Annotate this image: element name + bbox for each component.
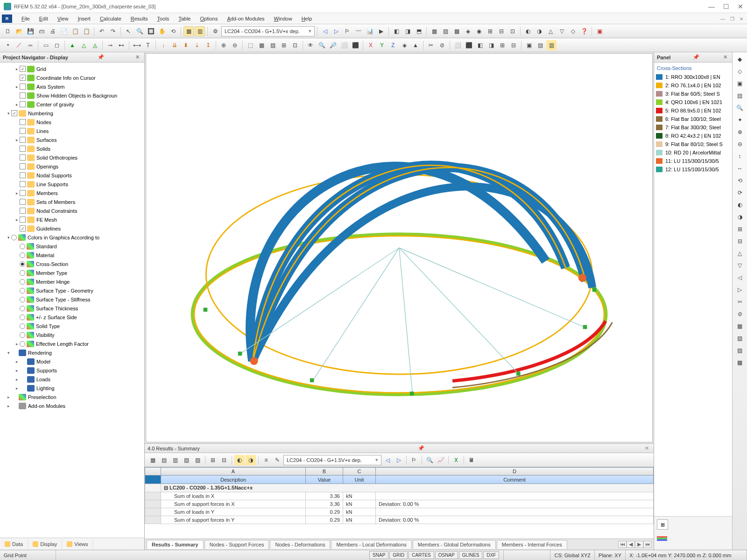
side-icon-1[interactable]: ◇	[735, 66, 745, 77]
results-tab[interactable]: Members - Global Deformations	[413, 540, 496, 549]
pan-icon[interactable]: ✋	[157, 26, 167, 36]
tb-g-icon[interactable]: ◈	[463, 26, 473, 36]
v4-icon[interactable]: ⬜	[339, 40, 349, 50]
rt2-icon[interactable]: ▤	[159, 455, 169, 465]
w3-icon[interactable]: ◧	[475, 40, 485, 50]
ld3-icon[interactable]: ⬇	[181, 40, 191, 50]
menu-tools[interactable]: Tools	[152, 14, 174, 23]
nav-tab-display[interactable]: Display	[28, 539, 62, 549]
menu-file[interactable]: File	[17, 14, 35, 23]
tree-item[interactable]: Standard	[0, 242, 144, 251]
tab-nav-icon[interactable]: ⏭	[643, 541, 652, 548]
tb-f-icon[interactable]: ▩	[451, 26, 462, 36]
res-graph-icon[interactable]: 📈	[436, 455, 446, 465]
legend-item[interactable]: 2: RO 76.1x4.0 | EN 102	[656, 81, 730, 90]
undo-icon[interactable]: ↶	[97, 26, 107, 36]
new-icon[interactable]: 🗋	[3, 26, 13, 36]
legend-item[interactable]: 5: RO 88.9x5.0 | EN 102	[656, 106, 730, 115]
ld5-icon[interactable]: ↧	[203, 40, 213, 50]
side-icon-21[interactable]: ⊘	[735, 309, 745, 319]
end1-icon[interactable]: ▣	[524, 40, 534, 50]
ld7-icon[interactable]: ⊖	[230, 40, 240, 50]
tb-k-icon[interactable]: ⊡	[507, 26, 518, 36]
tb-l-icon[interactable]: ◐	[523, 26, 533, 36]
ld6-icon[interactable]: ⊕	[218, 40, 229, 50]
w1-icon[interactable]: ⬜	[452, 40, 463, 50]
open-icon[interactable]: 📂	[14, 26, 24, 36]
menu-window[interactable]: Window	[269, 14, 297, 23]
results-tab[interactable]: Results - Summary	[147, 540, 204, 549]
tree-item[interactable]: Visibility	[0, 330, 144, 339]
side-icon-15[interactable]: ⊟	[735, 236, 745, 246]
ax-x-icon[interactable]: X	[366, 40, 376, 50]
tb-p-icon[interactable]: ◇	[568, 26, 578, 36]
v1-icon[interactable]: 👁	[305, 40, 316, 50]
snap-glines[interactable]: GLINES	[459, 551, 483, 559]
tree-item[interactable]: ▸Effective Length Factor	[0, 339, 144, 348]
prev-lc-icon[interactable]: ◁	[320, 26, 330, 36]
ax-z-icon[interactable]: Z	[388, 40, 398, 50]
sec-icon[interactable]: ⊘	[437, 40, 447, 50]
tree-item[interactable]: Surface Type - Stiffness	[0, 295, 144, 304]
text-icon[interactable]: T	[143, 40, 153, 50]
rt10-icon[interactable]: ≡	[261, 455, 271, 465]
legend-item[interactable]: 9: Flat Bar 80/10; Steel S	[656, 140, 730, 148]
tree-item[interactable]: Line Supports	[0, 180, 144, 189]
results-table[interactable]: ABCDDescriptionValueUnitComment⊟ LC200 -…	[145, 467, 654, 539]
print-icon[interactable]: 🖨	[48, 26, 58, 36]
tree-item[interactable]: Member Hinge	[0, 277, 144, 286]
side-icon-16[interactable]: △	[735, 248, 745, 259]
side-icon-4[interactable]: 🔍	[735, 103, 745, 113]
res-filter-icon[interactable]: 🏳	[409, 455, 419, 465]
tab-nav-icon[interactable]: ▶	[635, 541, 643, 548]
gen4-icon[interactable]: ⊞	[279, 40, 289, 50]
side-icon-25[interactable]: ▩	[735, 357, 745, 368]
tree-item[interactable]: ▸✓Grid	[0, 64, 144, 73]
anim-icon[interactable]: ▶	[376, 26, 386, 36]
snap-snap[interactable]: SNAP	[369, 551, 388, 559]
tree-item[interactable]: Cross-Section	[0, 259, 144, 268]
snap-grid[interactable]: GRID	[389, 551, 408, 559]
line-icon[interactable]: ／	[14, 40, 24, 50]
tree-item[interactable]: Surface Type - Geometry	[0, 286, 144, 295]
menu-edit[interactable]: Edit	[35, 14, 53, 23]
side-icon-3[interactable]: ▤	[735, 91, 745, 101]
ld1-icon[interactable]: ↓	[158, 40, 169, 50]
tb-h-icon[interactable]: ◉	[474, 26, 484, 36]
pin-icon[interactable]: 📌	[96, 54, 106, 60]
color-bars-icon[interactable]	[657, 536, 667, 541]
gen5-icon[interactable]: ⊡	[290, 40, 300, 50]
copy-icon[interactable]: 📋	[70, 26, 80, 36]
tab-nav-icon[interactable]: ◀	[627, 541, 635, 548]
close-button[interactable]: ✕	[738, 3, 743, 10]
side-icon-12[interactable]: ◐	[735, 200, 745, 210]
excel-icon[interactable]: X	[451, 455, 461, 465]
rt8-icon[interactable]: ◐	[234, 455, 245, 465]
release-icon[interactable]: ⊷	[116, 40, 127, 50]
loadcase-combo[interactable]: LC204 - CO204 - G+1.5V+x dep.	[221, 26, 315, 36]
tree-item[interactable]: Show Hidden Objects in Backgroun	[0, 91, 144, 100]
results-tab[interactable]: Nodes - Support Forces	[204, 540, 269, 549]
tree-item[interactable]: ▸Supports	[0, 366, 144, 375]
tab-nav-icon[interactable]: ⏮	[618, 541, 627, 548]
rt7-icon[interactable]: ⊟	[219, 455, 229, 465]
help-icon[interactable]: ❓	[579, 26, 589, 36]
menu-results[interactable]: Results	[126, 14, 153, 23]
side-icon-13[interactable]: ◑	[735, 212, 745, 222]
rt3-icon[interactable]: ▥	[170, 455, 180, 465]
tree-item[interactable]: Member Type	[0, 268, 144, 277]
view1-icon[interactable]: ▦	[183, 26, 194, 36]
side-icon-9[interactable]: ↔	[735, 163, 745, 174]
save-icon[interactable]: 💾	[25, 26, 35, 36]
side-icon-10[interactable]: ⟲	[735, 175, 745, 186]
gen3-icon[interactable]: ▨	[268, 40, 278, 50]
tree-item[interactable]: ✓Guidelines	[0, 224, 144, 233]
w2-icon[interactable]: ⬛	[464, 40, 474, 50]
deform-icon[interactable]: 〰	[353, 26, 364, 36]
results-tab[interactable]: Members - Internal Forces	[497, 540, 567, 549]
calc2-icon[interactable]: 🖩	[466, 455, 477, 465]
legend-item[interactable]: 7: Flat Bar 300/30; Steel	[656, 123, 730, 132]
tb-j-icon[interactable]: ⊟	[496, 26, 507, 36]
dim-icon[interactable]: ⟷	[132, 40, 142, 50]
side-icon-2[interactable]: ▣	[735, 78, 745, 89]
